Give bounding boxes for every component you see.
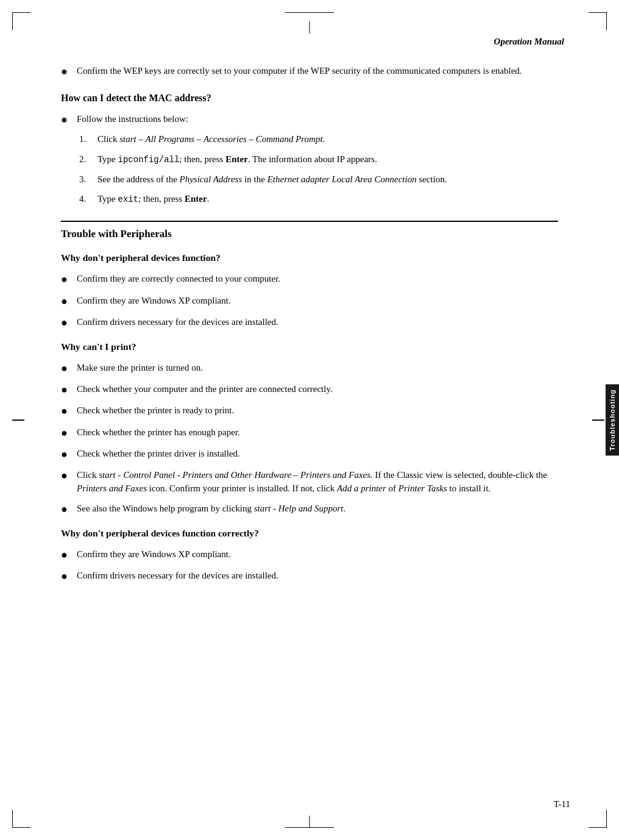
- step-text-2: Type ipconfig/all; then, press Enter. Th…: [97, 152, 558, 166]
- why-dont-bullet-2: ● Confirm they are Windows XP compliant.: [61, 294, 558, 309]
- step-2: 2. Type ipconfig/all; then, press Enter.…: [79, 152, 558, 166]
- page-header: Operation Manual: [49, 37, 570, 47]
- page-number: T-11: [554, 799, 570, 809]
- steps-list: 1. Click start – All Programs – Accessor…: [79, 132, 558, 206]
- bullet-icon: ●: [61, 547, 72, 563]
- why-dont-text-2: Confirm they are Windows XP compliant.: [77, 294, 558, 308]
- left-center-mark: [12, 419, 24, 421]
- bullet-icon: ●: [61, 361, 72, 376]
- print-bullet-7: ● See also the Windows help program by c…: [61, 502, 558, 517]
- right-center-mark: [592, 419, 604, 421]
- print-bullet-2: ● Check whether your computer and the pr…: [61, 382, 558, 397]
- follow-bullet-text: Follow the instructions below:: [77, 112, 558, 126]
- follow-bullet-item: ● Follow the instructions below:: [61, 112, 558, 127]
- bullet-icon: ●: [61, 468, 72, 483]
- step-text-1: Click start – All Programs – Accessories…: [97, 132, 558, 146]
- step-num-3: 3.: [79, 173, 97, 187]
- print-text-7: See also the Windows help program by cli…: [77, 502, 558, 516]
- print-bullet-3: ● Check whether the printer is ready to …: [61, 404, 558, 419]
- bullet-icon: ●: [61, 569, 72, 584]
- why-dont-bullet-1: ● Confirm they are correctly connected t…: [61, 272, 558, 287]
- bullet-icon: ●: [61, 447, 72, 462]
- intro-bullet-item: ● Confirm the WEP keys are correctly set…: [61, 64, 558, 79]
- print-text-3: Check whether the printer is ready to pr…: [77, 404, 558, 418]
- bullet-icon: ●: [61, 64, 72, 79]
- header-title: Operation Manual: [494, 37, 564, 46]
- side-tab-troubleshooting: Troubleshooting: [606, 384, 619, 455]
- bullet-icon: ●: [61, 425, 72, 441]
- top-center-mark: [285, 12, 334, 13]
- bullet-icon: ●: [61, 294, 72, 309]
- print-text-1: Make sure the printer is turned on.: [77, 361, 558, 375]
- why-dont-correctly-heading: Why don't peripheral devices function co…: [61, 528, 558, 539]
- intro-bullet-text: Confirm the WEP keys are correctly set t…: [77, 64, 558, 78]
- step-1: 1. Click start – All Programs – Accessor…: [79, 132, 558, 146]
- page-footer: T-11: [554, 799, 570, 810]
- bullet-icon: ●: [61, 112, 72, 127]
- correctly-text-2: Confirm drivers necessary for the device…: [77, 569, 558, 583]
- print-text-2: Check whether your computer and the prin…: [77, 382, 558, 396]
- why-dont-bullet-3: ● Confirm drivers necessary for the devi…: [61, 315, 558, 330]
- why-cant-print-heading: Why can't I print?: [61, 341, 558, 352]
- step-num-2: 2.: [79, 152, 97, 166]
- bottom-center-mark: [285, 827, 334, 828]
- print-text-5: Check whether the printer driver is inst…: [77, 447, 558, 461]
- corner-mark-tl: [12, 12, 30, 30]
- bullet-icon: ●: [61, 404, 72, 419]
- corner-mark-tr: [589, 12, 607, 30]
- print-bullet-6: ● Click start - Control Panel - Printers…: [61, 468, 558, 496]
- step-text-4: Type exit; then, press Enter.: [97, 192, 558, 206]
- mac-section-heading: How can I detect the MAC address?: [61, 93, 558, 104]
- print-bullet-4: ● Check whether the printer has enough p…: [61, 425, 558, 441]
- print-text-4: Check whether the printer has enough pap…: [77, 425, 558, 440]
- bullet-icon: ●: [61, 382, 72, 397]
- correctly-bullet-1: ● Confirm they are Windows XP compliant.: [61, 547, 558, 563]
- why-dont-text-3: Confirm drivers necessary for the device…: [77, 315, 558, 329]
- step-3: 3. See the address of the Physical Addre…: [79, 173, 558, 187]
- main-content: ● Confirm the WEP keys are correctly set…: [49, 64, 570, 584]
- bullet-icon: ●: [61, 502, 72, 517]
- corner-mark-bl: [12, 810, 30, 828]
- why-dont-text-1: Confirm they are correctly connected to …: [77, 272, 558, 286]
- corner-mark-br: [589, 810, 607, 828]
- correctly-text-1: Confirm they are Windows XP compliant.: [77, 547, 558, 561]
- step-4: 4. Type exit; then, press Enter.: [79, 192, 558, 206]
- correctly-bullet-2: ● Confirm drivers necessary for the devi…: [61, 569, 558, 584]
- bullet-icon: ●: [61, 272, 72, 287]
- print-bullet-5: ● Check whether the printer driver is in…: [61, 447, 558, 462]
- page: Troubleshooting Operation Manual ● Confi…: [0, 0, 619, 840]
- peripherals-section-title: Trouble with Peripherals: [61, 228, 558, 240]
- print-bullet-1: ● Make sure the printer is turned on.: [61, 361, 558, 376]
- side-tab-label: Troubleshooting: [609, 389, 616, 450]
- step-num-1: 1.: [79, 132, 97, 146]
- step-num-4: 4.: [79, 192, 97, 206]
- step-text-3: See the address of the Physical Address …: [97, 173, 558, 187]
- print-text-6: Click start - Control Panel - Printers a…: [77, 468, 558, 496]
- why-dont-heading: Why don't peripheral devices function?: [61, 252, 558, 263]
- bullet-icon: ●: [61, 315, 72, 330]
- peripherals-section: Trouble with Peripherals Why don't perip…: [61, 221, 558, 584]
